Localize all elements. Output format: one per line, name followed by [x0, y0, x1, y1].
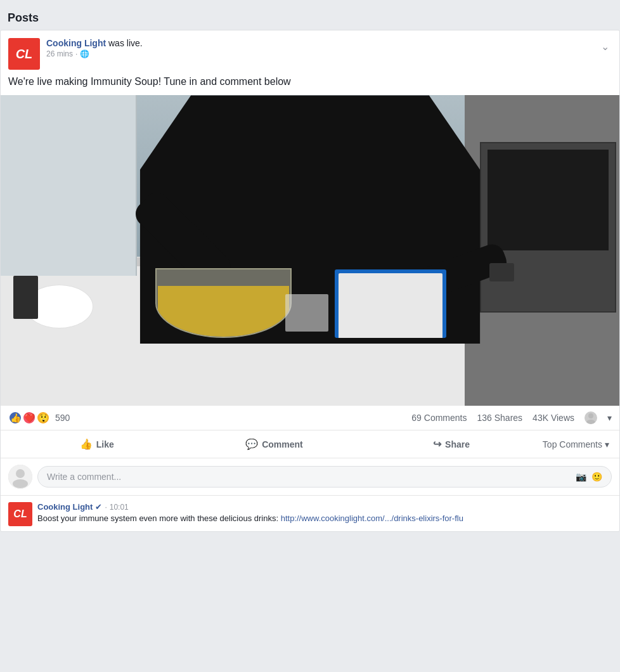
oven-window	[488, 150, 609, 250]
user-avatar	[8, 465, 32, 489]
like-reaction: 👍	[8, 411, 22, 425]
svg-point-1	[586, 420, 595, 424]
live-status: was live.	[108, 38, 143, 48]
author-logo: CL	[8, 38, 40, 70]
comment-input-icons: 📷 🙂	[576, 472, 602, 482]
comment-text: Boost your immune system even more with …	[37, 513, 612, 524]
crate-inside	[339, 273, 442, 338]
video-thumbnail[interactable]	[1, 95, 619, 406]
share-button[interactable]: ↪ Share	[363, 433, 540, 455]
globe-icon: 🌐	[80, 49, 89, 58]
posts-header: Posts	[0, 6, 620, 30]
comments-count[interactable]: 69 Comments	[411, 413, 467, 423]
comment-bubble: Cooking Light ✔ · 10:01 Boost your immun…	[37, 502, 612, 526]
like-label: Like	[96, 439, 114, 449]
comment-input-area: Write a comment... 📷 🙂	[1, 458, 619, 496]
comment-name-line: Cooking Light ✔ · 10:01	[37, 502, 612, 512]
soup-liquid	[158, 286, 289, 336]
svg-point-4	[13, 479, 28, 488]
reaction-count[interactable]: 590	[55, 413, 70, 423]
wrist-band	[489, 263, 514, 281]
share-icon: ↪	[433, 438, 441, 450]
like-icon: 👍	[80, 438, 93, 450]
post-time: 26 mins · 🌐	[46, 49, 143, 58]
post-header-left: CL Cooking Light was live. 26 mins · 🌐	[8, 38, 143, 70]
comment-button[interactable]: 💬 Comment	[186, 433, 363, 455]
like-button[interactable]: 👍 Like	[8, 433, 186, 455]
wow-reaction: 😲	[36, 411, 50, 425]
comment-label: Comment	[262, 439, 303, 449]
svg-point-3	[16, 469, 25, 478]
svg-point-0	[588, 413, 593, 418]
reactions-left: 👍 ❤️ 😲 590	[8, 411, 70, 425]
comment-dot: ·	[105, 503, 107, 512]
small-glass	[285, 294, 328, 332]
dark-utensil	[13, 276, 38, 320]
page-wrapper: Posts CL Cooking Light was live. 26 mins…	[0, 0, 620, 545]
post-options-chevron[interactable]: ⌄	[598, 38, 612, 55]
share-label: Share	[445, 439, 470, 449]
top-comments-label: Top Comments	[543, 439, 602, 449]
time-text: 26 mins	[46, 49, 73, 58]
author-line: Cooking Light was live.	[46, 38, 143, 48]
reactions-bar: 👍 ❤️ 😲 590 69 Comments 136 Shares 43K Vi…	[1, 406, 619, 430]
comment-input-box[interactable]: Write a comment... 📷 🙂	[37, 466, 612, 488]
top-comments-button[interactable]: Top Comments ▾	[540, 434, 612, 455]
comment-time: 10:01	[110, 503, 129, 512]
viewer-avatar	[584, 411, 597, 424]
reactions-dropdown-icon[interactable]: ▾	[607, 413, 612, 423]
actions-bar: 👍 Like 💬 Comment ↪ Share Top Comments ▾	[1, 430, 619, 458]
comment-author[interactable]: Cooking Light	[37, 502, 93, 512]
post-meta: Cooking Light was live. 26 mins · 🌐	[46, 38, 143, 58]
love-reaction: ❤️	[22, 411, 36, 425]
top-comments-chevron: ▾	[605, 439, 609, 449]
time-dot: ·	[75, 49, 77, 58]
oven-door	[480, 142, 616, 313]
emoji-icon[interactable]: 🙂	[591, 472, 602, 482]
comment-placeholder: Write a comment...	[47, 472, 121, 482]
bowl-area	[155, 250, 292, 337]
commenter-avatar: CL	[8, 502, 32, 526]
comment-icon: 💬	[245, 438, 258, 450]
author-name[interactable]: Cooking Light	[46, 38, 106, 48]
soup-bowl	[155, 268, 292, 338]
shares-count[interactable]: 136 Shares	[477, 413, 522, 423]
reactions-right: 69 Comments 136 Shares 43K Views ▾	[411, 411, 612, 424]
video-content	[1, 95, 619, 406]
post-header: CL Cooking Light was live. 26 mins · 🌐 ⌄	[1, 30, 619, 75]
comment-entry: CL Cooking Light ✔ · 10:01 Boost your im…	[1, 496, 619, 531]
comment-text-before: Boost your immune system even more with …	[37, 514, 278, 523]
verified-icon: ✔	[95, 502, 102, 512]
camera-icon[interactable]: 📷	[576, 472, 586, 482]
post-caption: We're live making Immunity Soup! Tune in…	[1, 75, 619, 95]
post-card: CL Cooking Light was live. 26 mins · 🌐 ⌄…	[0, 30, 620, 532]
views-count: 43K Views	[533, 413, 574, 423]
comment-link[interactable]: http://www.cookinglight.com/.../drinks-e…	[281, 514, 463, 523]
left-cabinet	[1, 95, 137, 275]
blue-crate	[335, 269, 446, 338]
